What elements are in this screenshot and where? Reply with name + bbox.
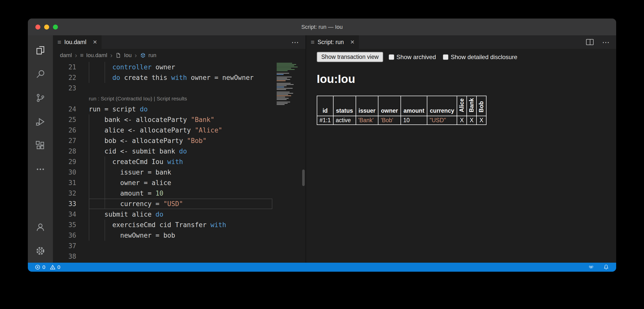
minimap-line [277, 77, 292, 77]
search-button[interactable] [28, 62, 53, 86]
source-control-button[interactable] [28, 86, 53, 110]
show-archived-checkbox[interactable] [389, 54, 394, 60]
split-editor-icon[interactable] [586, 39, 594, 45]
minimap-line [277, 99, 287, 100]
minimap-line [277, 89, 286, 90]
column-header: status [333, 96, 356, 116]
show-transaction-view-button[interactable]: Show transaction view [317, 52, 383, 62]
bell-icon [603, 264, 609, 270]
breadcrumb-item-daml[interactable]: daml [60, 52, 72, 59]
symbol-cube-icon [140, 52, 146, 58]
codelens[interactable]: run : Script (ContractId Iou) | Script r… [53, 93, 305, 104]
code-line-24[interactable]: 24run = script do [53, 104, 305, 114]
ellipsis-icon [35, 164, 46, 175]
party-column-header: Bob [476, 96, 486, 116]
warning-icon [50, 264, 55, 270]
minimap-line [277, 85, 287, 86]
minimize-window-button[interactable] [44, 25, 49, 30]
search-icon [35, 69, 46, 79]
extensions-button[interactable] [28, 133, 53, 157]
minimap-line [277, 98, 289, 99]
code-line-33[interactable]: 33 currency = "USD" [53, 199, 305, 209]
source-control-icon [35, 93, 46, 103]
minimap-line [277, 84, 294, 85]
error-icon [35, 264, 40, 270]
column-header: currency [427, 96, 457, 116]
activity-bar [28, 35, 53, 263]
explorer-icon [35, 45, 46, 56]
minimap-line [277, 63, 292, 64]
vscode-window: Script: run — Iou [28, 19, 616, 272]
symbol-file-icon [115, 52, 121, 58]
accounts-button[interactable] [28, 215, 53, 239]
code-line-38[interactable]: 38 [53, 251, 305, 262]
breadcrumb-item-file[interactable]: Iou.daml [86, 52, 107, 59]
code-editor[interactable]: 21 controller owner22 do create this wit… [53, 62, 305, 263]
breadcrumb-item-symbol[interactable]: run [148, 52, 156, 59]
explorer-button[interactable] [28, 38, 53, 62]
error-count: 0 [42, 264, 45, 270]
feedback-button[interactable] [588, 264, 594, 270]
code-line-25[interactable]: 25 bank <- allocateParty "Bank" [53, 114, 305, 125]
minimap[interactable] [277, 63, 301, 105]
column-header: owner [378, 96, 401, 116]
minimap-line [277, 70, 288, 71]
notifications-button[interactable] [603, 264, 609, 270]
code-line-32[interactable]: 32 amount = 10 [53, 188, 305, 199]
close-window-button[interactable] [35, 25, 40, 30]
settings-button[interactable] [28, 239, 53, 263]
minimap-line [277, 64, 296, 65]
code-line-23[interactable]: 23 [53, 83, 305, 93]
code-line-28[interactable]: 28 cid <- submit bank do [53, 146, 305, 157]
code-line-34[interactable]: 34 submit alice do [53, 209, 305, 220]
code-line-21[interactable]: 21 controller owner [53, 62, 305, 72]
breadcrumb: daml › ≡ Iou.daml › Iou › run [53, 49, 305, 62]
close-tab-icon[interactable]: × [350, 38, 354, 46]
minimap-line [277, 74, 284, 75]
run-and-debug-icon [35, 116, 46, 127]
minimap-line [277, 65, 294, 66]
code-line-30[interactable]: 30 issuer = bank [53, 167, 305, 178]
code-line-26[interactable]: 26 alice <- allocateParty "Alice" [53, 125, 305, 135]
minimap-line [277, 78, 287, 79]
status-bar: 0 0 [28, 263, 616, 272]
window-title: Script: run — Iou [301, 24, 343, 30]
minimap-line [277, 79, 290, 80]
feedback-icon [588, 264, 594, 270]
contract-cell: "USD" [427, 116, 457, 125]
code-line-37[interactable]: 37 [53, 241, 305, 251]
close-tab-icon[interactable]: × [93, 38, 97, 46]
contract-cell: 'Bank' [356, 116, 378, 125]
script-view: Show transaction view Show archived Show… [306, 49, 616, 263]
tab-iou-daml[interactable]: ≡ Iou.daml × [53, 35, 102, 49]
show-detailed-disclosure-checkbox[interactable] [443, 54, 448, 60]
code-line-22[interactable]: 22 do create this with owner = newOwner [53, 72, 305, 83]
chevron-right-icon: › [110, 52, 113, 59]
more-views-button[interactable] [28, 157, 53, 181]
run-and-debug-button[interactable] [28, 110, 53, 133]
contract-cell: X [476, 116, 486, 125]
minimap-line [277, 73, 289, 74]
code-line-36[interactable]: 36 newOwner = bob [53, 230, 305, 241]
problems-indicator[interactable]: 0 0 [35, 264, 63, 270]
zoom-window-button[interactable] [53, 25, 58, 30]
template-heading: Iou:Iou [317, 72, 616, 86]
code-line-35[interactable]: 35 exerciseCmd cid Transfer with [53, 220, 305, 230]
code-line-27[interactable]: 27 bob <- allocateParty "Bob" [53, 135, 305, 146]
breadcrumb-item-module[interactable]: Iou [124, 52, 132, 59]
minimap-line [277, 95, 291, 96]
tab-label: Script: run [317, 39, 344, 46]
contracts-table: idstatusissuerowneramountcurrencyAliceBa… [317, 96, 487, 125]
editor-scrollbar[interactable] [302, 170, 305, 186]
minimap-line [277, 83, 291, 84]
contract-cell: 'Bob' [378, 116, 401, 125]
code-line-29[interactable]: 29 createCmd Iou with [53, 157, 305, 167]
contract-cell: active [333, 116, 356, 125]
editor-more-actions-icon[interactable]: ⋯ [291, 38, 299, 47]
code-line-31[interactable]: 31 owner = alice [53, 178, 305, 188]
extensions-icon [35, 140, 46, 151]
contract-row: #1:1active'Bank''Bob'10"USD"XXX [317, 116, 486, 125]
panel-more-actions-icon[interactable]: ⋯ [602, 38, 610, 47]
minimap-line [277, 69, 295, 70]
tab-script-run[interactable]: ≡ Script: run × [306, 35, 359, 49]
